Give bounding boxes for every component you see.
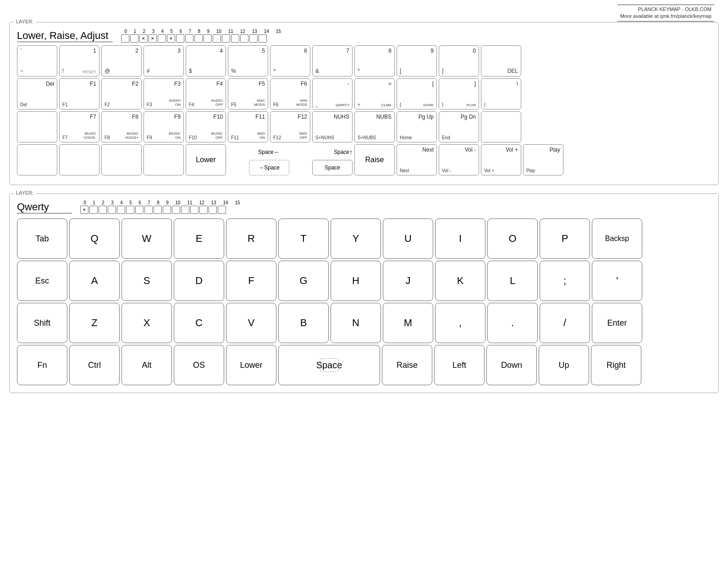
header-label: PLANCK KEYMAP - OLKB.COM More available … xyxy=(618,5,714,22)
key-b: B xyxy=(278,303,329,343)
key-blank-r3-0 xyxy=(17,111,57,142)
key-blank-r4-2 xyxy=(101,144,142,175)
key-f3: F3 F3AUDIOON xyxy=(143,78,184,109)
ind1-9 xyxy=(204,34,212,43)
key-nubs: NUBS S+NUBS xyxy=(354,111,395,142)
key-comma: , xyxy=(435,303,485,343)
key-u: U xyxy=(383,218,433,259)
key-semicolon: ; xyxy=(540,261,590,301)
key-left: Left xyxy=(434,345,485,385)
ind2-15 xyxy=(218,206,226,214)
key-z: Z xyxy=(69,303,120,343)
key-5: 5 % xyxy=(228,45,268,76)
key-v: V xyxy=(226,303,276,343)
key-q: Q xyxy=(69,218,120,259)
key-l: L xyxy=(487,261,538,301)
key-alt: Alt xyxy=(121,345,172,385)
ind2-4 xyxy=(117,206,125,214)
ind1-4 xyxy=(158,34,166,43)
ind1-1 xyxy=(130,34,138,43)
key-blank-r4-3 xyxy=(143,144,184,175)
key-k: K xyxy=(435,261,485,301)
ind1-2: ✕ xyxy=(139,34,148,43)
key-blank-r4-0 xyxy=(17,144,57,175)
key-fn: Fn xyxy=(17,345,67,385)
key-x: X xyxy=(121,303,172,343)
key-del-r2: Del Del xyxy=(17,78,57,109)
ind1-6 xyxy=(176,34,184,43)
key-8: 8 * xyxy=(354,45,395,76)
ind1-0 xyxy=(121,34,129,43)
key-r: R xyxy=(226,218,276,259)
key-f4: F4 F4AUDIOOFF xyxy=(186,78,226,109)
key-o: O xyxy=(487,218,538,259)
ind1-11 xyxy=(222,34,230,43)
key-f6: F6 F6WINMODS xyxy=(270,78,310,109)
key-n: N xyxy=(331,303,381,343)
key-raise-q: Raise xyxy=(382,345,432,385)
page: PLANCK KEYMAP - OLKB.COM More available … xyxy=(0,0,728,579)
key-e: E xyxy=(174,218,224,259)
key-dash: - _QWRTY xyxy=(312,78,353,109)
key-grave: ` ~ xyxy=(17,45,57,76)
ind1-14 xyxy=(249,34,258,43)
key-f10: F10 F10MUSICOFF xyxy=(186,111,226,142)
key-0: 0 ] xyxy=(439,45,479,76)
layer1-name: Lower, Raise, Adjust xyxy=(17,30,113,42)
key-f: F xyxy=(226,261,276,301)
layer2-section: LAYER: Qwerty 0 1 2 3 4 5 6 7 8 9 10 11 xyxy=(9,193,719,393)
key-3: 3 # xyxy=(143,45,184,76)
key-pgdn: Pg Dn End xyxy=(439,111,479,142)
ind1-3: ✕ xyxy=(149,34,157,43)
key-4: 4 $ xyxy=(186,45,226,76)
header-subtitle: More available at qmk.fm/planck/keymap xyxy=(620,13,711,20)
key-y: Y xyxy=(331,218,381,259)
ind2-8 xyxy=(154,206,162,214)
key-6: 6 ^ xyxy=(270,45,310,76)
ind2-10 xyxy=(172,206,180,214)
key-blank-r3-11 xyxy=(481,111,521,142)
key-f8: F8 F8MUSICVOICE+ xyxy=(101,111,142,142)
ind1-7 xyxy=(185,34,193,43)
key-esc: Esc xyxy=(17,261,67,301)
key-pgup: Pg Up Home xyxy=(397,111,437,142)
ind1-10 xyxy=(213,34,221,43)
key-space-raise: Space xyxy=(312,160,353,175)
layer2-label: LAYER: xyxy=(14,190,35,196)
key-del-r1: DEL xyxy=(481,45,521,76)
key-backslash: \ | xyxy=(481,78,521,109)
key-f11: F11 F11MIDION xyxy=(228,111,268,142)
key-os: OS xyxy=(174,345,224,385)
key-up: Up xyxy=(539,345,589,385)
key-raise-r4: Raise xyxy=(354,144,395,175)
ind2-7 xyxy=(144,206,153,214)
key-down: Down xyxy=(486,345,537,385)
key-ctrl: Ctrl xyxy=(69,345,120,385)
key-t: T xyxy=(278,218,329,259)
ind1-5: ✕ xyxy=(167,34,175,43)
key-lbracket: [ {DVRK xyxy=(397,78,437,109)
key-vol-minus: Vol - Vol - xyxy=(439,144,479,175)
ind2-11 xyxy=(181,206,189,214)
key-play: Play Play xyxy=(523,144,563,175)
key-9: 9 [ xyxy=(397,45,437,76)
ind2-1 xyxy=(89,206,98,214)
key-rbracket: ] }PLVR xyxy=(439,78,479,109)
key-f2: F2 F2 xyxy=(101,78,142,109)
key-a: A xyxy=(69,261,120,301)
key-space-lower: →Space xyxy=(249,160,289,175)
key-shift: Shift xyxy=(17,303,67,343)
layer1-label: LAYER: xyxy=(14,19,35,24)
ind1-12 xyxy=(231,34,239,43)
key-i: I xyxy=(435,218,485,259)
key-s: S xyxy=(121,261,172,301)
ind2-12 xyxy=(190,206,199,214)
key-blank-r4-1 xyxy=(59,144,99,175)
key-tab: Tab xyxy=(17,218,67,259)
ind2-14 xyxy=(209,206,217,214)
header-title: PLANCK KEYMAP - OLKB.COM xyxy=(620,6,711,13)
ind1-8 xyxy=(194,34,203,43)
key-period: . xyxy=(487,303,538,343)
ind2-5 xyxy=(126,206,134,214)
ind2-13 xyxy=(199,206,208,214)
